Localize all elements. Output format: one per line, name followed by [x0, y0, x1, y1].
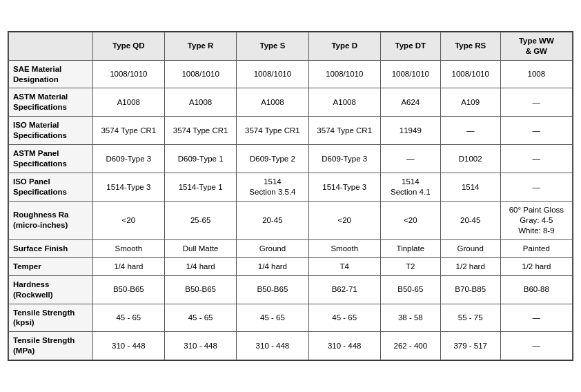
cell-4-1: 1514-Type 1 [164, 173, 236, 202]
cell-4-4: 1514Section 4.1 [380, 173, 440, 202]
row-header-1: ASTM Material Specifications [9, 88, 93, 117]
row-header-7: Temper [9, 257, 93, 275]
cell-3-5: D1002 [440, 145, 500, 173]
table-row: Surface FinishSmoothDull MatteGroundSmoo… [9, 239, 573, 257]
cell-0-5: 1008/1010 [440, 60, 500, 88]
row-header-5: Roughness Ra(micro-inches) [9, 201, 93, 239]
col-header-type-qd: Type QD [92, 32, 164, 60]
row-header-3: ASTM Panel Specifications [9, 145, 93, 173]
cell-1-5: A109 [440, 88, 500, 117]
table-row: SAE Material Designation1008/10101008/10… [9, 60, 573, 88]
cell-5-1: 25-65 [164, 201, 236, 239]
table-row: ASTM Material SpecificationsA1008A1008A1… [9, 88, 573, 117]
cell-10-6: — [500, 332, 572, 360]
cell-4-2: 1514Section 3.5.4 [237, 173, 308, 202]
cell-2-1: 3574 Type CR1 [164, 117, 236, 145]
cell-9-5: 55 - 75 [440, 304, 500, 332]
cell-6-1: Dull Matte [164, 239, 236, 257]
row-header-4: ISO Panel Specifications [9, 173, 93, 202]
cell-0-0: 1008/1010 [92, 60, 164, 88]
cell-7-3: T4 [308, 257, 380, 275]
col-header-type-d: Type D [308, 32, 380, 60]
cell-4-6: — [500, 173, 572, 202]
cell-5-6: 60° Paint GlossGray: 4-5White: 8-9 [500, 201, 572, 239]
cell-6-4: Tinplate [380, 239, 440, 257]
cell-7-6: 1/2 hard [500, 257, 572, 275]
cell-5-3: <20 [308, 201, 380, 239]
cell-1-1: A1008 [164, 88, 236, 117]
cell-7-0: 1/4 hard [92, 257, 164, 275]
table-row: Tensile Strength (kpsi)45 - 6545 - 6545 … [9, 304, 573, 332]
cell-5-2: 20-45 [237, 201, 308, 239]
cell-9-2: 45 - 65 [237, 304, 308, 332]
cell-4-0: 1514-Type 3 [92, 173, 164, 202]
col-header-type-dt: Type DT [380, 32, 440, 60]
cell-4-5: 1514 [440, 173, 500, 202]
spec-table-wrapper: Type QD Type R Type S Type D Type DT Typ… [8, 31, 573, 362]
cell-9-4: 38 - 58 [380, 304, 440, 332]
cell-10-2: 310 - 448 [237, 332, 308, 360]
cell-10-0: 310 - 448 [92, 332, 164, 360]
cell-3-6: — [500, 145, 572, 173]
cell-10-4: 262 - 400 [380, 332, 440, 360]
cell-0-3: 1008/1010 [308, 60, 380, 88]
cell-9-3: 45 - 65 [308, 304, 380, 332]
row-header-8: Hardness (Rockwell) [9, 275, 93, 304]
col-header-type-ww: Type WW& GW [500, 32, 572, 60]
cell-5-5: 20-45 [440, 201, 500, 239]
cell-9-0: 45 - 65 [92, 304, 164, 332]
cell-8-5: B70-B85 [440, 275, 500, 304]
cell-7-1: 1/4 hard [164, 257, 236, 275]
cell-7-4: T2 [380, 257, 440, 275]
cell-1-3: A1008 [308, 88, 380, 117]
header-row: Type QD Type R Type S Type D Type DT Typ… [9, 32, 573, 60]
cell-5-4: <20 [380, 201, 440, 239]
cell-8-3: B62-71 [308, 275, 380, 304]
col-header-type-s: Type S [237, 32, 308, 60]
cell-8-2: B50-B65 [237, 275, 308, 304]
table-row: Roughness Ra(micro-inches)<2025-6520-45<… [9, 201, 573, 239]
cell-1-4: A624 [380, 88, 440, 117]
cell-3-2: D609-Type 2 [237, 145, 308, 173]
table-row: Temper1/4 hard1/4 hard1/4 hardT4T21/2 ha… [9, 257, 573, 275]
cell-8-0: B50-B65 [92, 275, 164, 304]
row-header-2: ISO Material Specifications [9, 117, 93, 145]
cell-3-4: — [380, 145, 440, 173]
cell-8-1: B50-B65 [164, 275, 236, 304]
cell-0-2: 1008/1010 [237, 60, 308, 88]
col-header-empty [9, 32, 93, 60]
table-row: ISO Panel Specifications1514-Type 31514-… [9, 173, 573, 202]
cell-2-6: — [500, 117, 572, 145]
row-header-0: SAE Material Designation [9, 60, 93, 88]
cell-0-4: 1008/1010 [380, 60, 440, 88]
cell-10-1: 310 - 448 [164, 332, 236, 360]
cell-2-4: 11949 [380, 117, 440, 145]
spec-table: Type QD Type R Type S Type D Type DT Typ… [8, 32, 573, 361]
col-header-type-r: Type R [164, 32, 236, 60]
cell-8-6: B60-88 [500, 275, 572, 304]
cell-6-6: Painted [500, 239, 572, 257]
cell-3-1: D609-Type 1 [164, 145, 236, 173]
row-header-9: Tensile Strength (kpsi) [9, 304, 93, 332]
cell-5-0: <20 [92, 201, 164, 239]
row-header-10: Tensile Strength (MPa) [9, 332, 93, 360]
cell-7-5: 1/2 hard [440, 257, 500, 275]
table-row: Tensile Strength (MPa)310 - 448310 - 448… [9, 332, 573, 360]
cell-6-3: Smooth [308, 239, 380, 257]
cell-0-6: 1008 [500, 60, 572, 88]
cell-9-1: 45 - 65 [164, 304, 236, 332]
cell-6-5: Ground [440, 239, 500, 257]
cell-2-3: 3574 Type CR1 [308, 117, 380, 145]
cell-6-2: Ground [237, 239, 308, 257]
cell-2-0: 3574 Type CR1 [92, 117, 164, 145]
cell-0-1: 1008/1010 [164, 60, 236, 88]
cell-3-3: D609-Type 3 [308, 145, 380, 173]
row-header-6: Surface Finish [9, 239, 93, 257]
cell-3-0: D609-Type 3 [92, 145, 164, 173]
cell-8-4: B50-65 [380, 275, 440, 304]
cell-10-3: 310 - 448 [308, 332, 380, 360]
cell-9-6: — [500, 304, 572, 332]
cell-2-5: — [440, 117, 500, 145]
table-row: ISO Material Specifications3574 Type CR1… [9, 117, 573, 145]
cell-1-6: — [500, 88, 572, 117]
